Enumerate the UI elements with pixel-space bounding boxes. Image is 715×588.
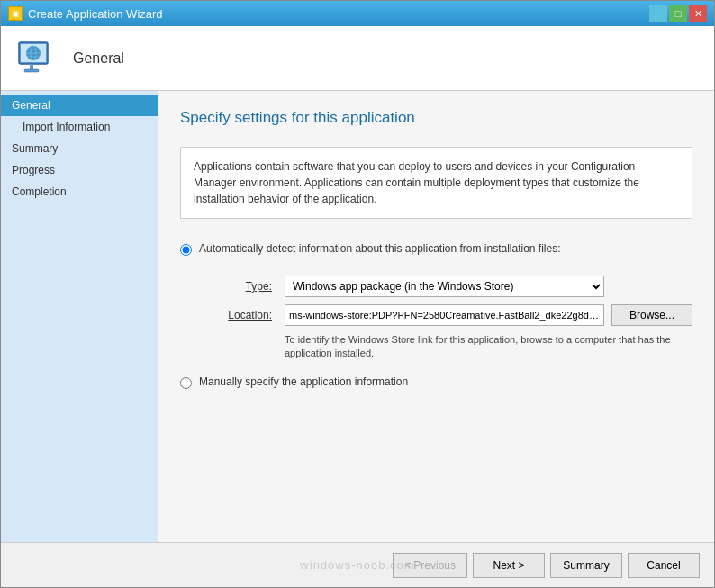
location-label: Location: bbox=[205, 309, 277, 321]
options-area: Automatically detect information about t… bbox=[180, 242, 692, 389]
header-icon bbox=[15, 37, 59, 80]
sidebar-item-import-information[interactable]: Import Information bbox=[1, 116, 158, 138]
manual-radio[interactable] bbox=[180, 377, 192, 389]
minimize-button[interactable]: ─ bbox=[649, 5, 667, 22]
svg-rect-3 bbox=[24, 69, 39, 72]
close-button[interactable]: ✕ bbox=[689, 5, 707, 22]
sidebar-item-progress[interactable]: Progress bbox=[1, 159, 158, 181]
sidebar-item-general[interactable]: General bbox=[1, 95, 158, 116]
location-hint: To identify the Windows Store link for t… bbox=[285, 333, 692, 361]
content-area: General Import Information Summary Progr… bbox=[1, 91, 714, 542]
auto-detect-radio[interactable] bbox=[180, 244, 192, 256]
sidebar-item-completion[interactable]: Completion bbox=[1, 181, 158, 203]
type-select[interactable]: Windows app package (in the Windows Stor… bbox=[285, 276, 604, 297]
form-grid: Type: Windows app package (in the Window… bbox=[205, 276, 692, 361]
sidebar-item-summary[interactable]: Summary bbox=[1, 138, 158, 159]
header-bar: General bbox=[1, 26, 714, 91]
header-label: General bbox=[73, 50, 124, 67]
description-text: Applications contain software that you c… bbox=[194, 160, 639, 205]
main-title: Specify settings for this application bbox=[180, 109, 692, 127]
title-bar: ▣ Create Application Wizard ─ □ ✕ bbox=[1, 1, 714, 26]
cancel-button[interactable]: Cancel bbox=[628, 553, 700, 578]
type-label: Type: bbox=[205, 280, 277, 293]
description-box: Applications contain software that you c… bbox=[180, 147, 692, 219]
browse-button[interactable]: Browse... bbox=[611, 304, 692, 326]
main-panel: Specify settings for this application Ap… bbox=[158, 91, 714, 542]
title-bar-controls: ─ □ ✕ bbox=[649, 5, 707, 22]
window-title: Create Application Wizard bbox=[28, 7, 163, 21]
app-icon: ▣ bbox=[8, 6, 23, 21]
next-button[interactable]: Next > bbox=[473, 553, 545, 578]
maximize-button[interactable]: □ bbox=[669, 5, 687, 22]
location-input[interactable] bbox=[285, 304, 604, 326]
svg-rect-2 bbox=[30, 64, 33, 69]
manual-label[interactable]: Manually specify the application informa… bbox=[199, 375, 408, 388]
summary-button[interactable]: Summary bbox=[550, 553, 622, 578]
title-bar-left: ▣ Create Application Wizard bbox=[8, 6, 163, 21]
wizard-window: ▣ Create Application Wizard ─ □ ✕ bbox=[0, 0, 715, 588]
auto-detect-row: Automatically detect information about t… bbox=[180, 242, 692, 256]
sidebar: General Import Information Summary Progr… bbox=[1, 91, 158, 542]
manual-row: Manually specify the application informa… bbox=[180, 375, 692, 389]
previous-button[interactable]: < Previous bbox=[393, 553, 467, 578]
footer-bar: < Previous Next > Summary Cancel bbox=[1, 542, 714, 587]
auto-detect-label[interactable]: Automatically detect information about t… bbox=[199, 242, 561, 255]
